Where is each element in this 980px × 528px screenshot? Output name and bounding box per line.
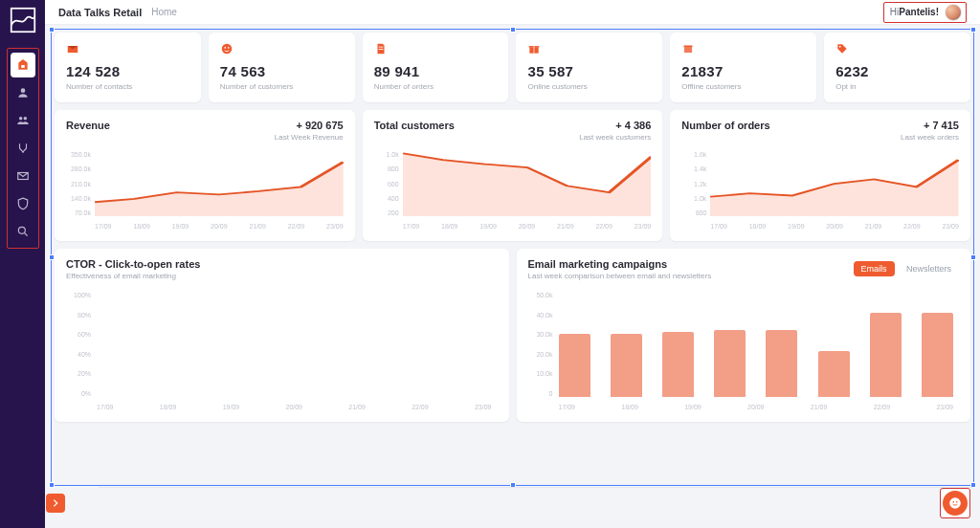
chart-title: Number of orders — [681, 120, 769, 131]
topbar: Data Talks Retail Home Hi Pantelis! — [45, 0, 980, 25]
kpi-label: Number of contacts — [66, 82, 189, 91]
chat-fab[interactable] — [940, 488, 970, 518]
footer-divider — [99, 487, 972, 488]
doc-icon — [374, 42, 388, 55]
tab-emails[interactable]: Emails — [854, 261, 895, 276]
chart-title: Total customers — [374, 120, 455, 131]
sidebar-item-contacts[interactable] — [11, 80, 35, 105]
main-area: 124 528 Number of contacts 74 563 Number… — [45, 25, 980, 528]
chart-subtitle: Last week orders — [901, 133, 959, 142]
kpi-value: 74 563 — [220, 63, 344, 79]
x-axis-labels: 17/0918/0919/0920/0921/0922/0923/09 — [559, 404, 954, 410]
x-axis-labels: 17/0918/0919/0920/0921/0922/0923/09 — [710, 223, 959, 230]
smile-icon — [220, 42, 234, 55]
chevron-right-icon — [51, 498, 60, 508]
sidebar-item-shield[interactable] — [11, 191, 35, 216]
chart-plot: 1.0k800600400200 17/0918/0919/0920/0921/… — [374, 151, 652, 230]
store-icon — [681, 42, 695, 55]
chat-smile-icon — [948, 496, 962, 510]
svg-point-6 — [18, 227, 25, 233]
kpi-online[interactable]: 35 587 Online customers — [516, 33, 662, 102]
svg-point-16 — [839, 46, 841, 48]
svg-point-9 — [228, 47, 230, 49]
y-axis-labels: 1.0k800600400200 — [374, 151, 401, 216]
chart-title: Email marketing campaigns — [528, 258, 712, 270]
y-axis-labels: 100%80%60%40%20%0% — [66, 292, 93, 397]
chart-number-of-orders[interactable]: Number of orders + 7 415 Last week order… — [670, 110, 970, 241]
chart-title: Revenue — [66, 120, 110, 131]
chart-subtitle: Last week comparison between email and n… — [528, 272, 712, 280]
kpi-value: 35 587 — [527, 63, 651, 79]
bottom-charts-row: CTOR - Click-to-open rates Effectiveness… — [55, 249, 970, 422]
emk-bars — [559, 292, 954, 397]
kpi-label: Opt in — [835, 82, 959, 91]
kpi-label: Number of orders — [374, 82, 498, 91]
kpi-optin[interactable]: 6232 Opt in — [824, 33, 970, 102]
sidebar-item-home[interactable] — [11, 53, 35, 77]
greeting-prefix: Hi — [890, 7, 899, 17]
kpi-value: 124 528 — [66, 63, 189, 79]
breadcrumb[interactable]: Home — [151, 7, 177, 17]
chart-delta: + 7 415 — [901, 120, 959, 131]
greeting-name: Pantelis! — [899, 7, 939, 17]
y-axis-labels: 350.0k280.0k210.0k140.0k70.0k — [66, 151, 93, 216]
charts-row: Revenue + 920 675 Last Week Revenue 350.… — [55, 110, 970, 241]
y-axis-labels: 50.0k40.0k30.0k20.0k10.0k0 — [528, 292, 555, 397]
sidebar-item-mail[interactable] — [11, 164, 35, 188]
expand-sidebar-button[interactable] — [46, 494, 65, 513]
chart-delta: + 920 675 — [275, 120, 344, 131]
user-greeting-box[interactable]: Hi Pantelis! — [883, 2, 967, 23]
svg-rect-1 — [21, 65, 25, 68]
svg-point-18 — [952, 501, 954, 503]
kpi-customers[interactable]: 74 563 Number of customers — [209, 33, 355, 102]
kpi-offline[interactable]: 21837 Offline customers — [670, 33, 816, 102]
sidebar-item-search[interactable] — [11, 219, 35, 244]
chart-delta: + 4 386 — [579, 120, 651, 131]
svg-point-7 — [222, 44, 233, 55]
svg-point-2 — [20, 88, 25, 93]
svg-rect-0 — [11, 9, 34, 33]
kpi-contacts[interactable]: 124 528 Number of contacts — [55, 33, 201, 102]
nav-group-highlight — [7, 48, 39, 249]
kpi-label: Online customers — [527, 82, 651, 91]
avatar[interactable] — [945, 4, 962, 21]
chart-plot: 1.6k1.4k1.2k1.0k800 17/0918/0919/0920/09… — [681, 151, 959, 230]
kpi-label: Offline customers — [681, 82, 805, 91]
kpi-value: 6232 — [835, 63, 959, 79]
chart-subtitle: Last Week Revenue — [275, 133, 344, 142]
gift-icon — [527, 42, 541, 55]
x-axis-labels: 17/0918/0919/0920/0921/0922/0923/09 — [95, 223, 344, 230]
kpi-label: Number of customers — [220, 82, 344, 91]
chart-plot: 350.0k280.0k210.0k140.0k70.0k 17/0918/09… — [66, 151, 344, 230]
kpi-value: 21837 — [681, 63, 805, 79]
chart-plot: 100%80%60%40%20%0% 17/0918/0919/0920/092… — [66, 292, 498, 410]
svg-rect-14 — [534, 46, 535, 54]
y-axis-labels: 1.6k1.4k1.2k1.0k800 — [681, 151, 708, 216]
x-axis-labels: 17/0918/0919/0920/0921/0922/0923/09 — [97, 404, 492, 410]
tag-icon — [835, 42, 849, 55]
svg-point-17 — [949, 497, 961, 509]
ctor-bars — [97, 292, 492, 397]
chart-subtitle: Last week customers — [579, 133, 651, 142]
svg-point-8 — [224, 47, 226, 49]
app-title: Data Talks Retail — [58, 7, 142, 18]
kpi-row: 124 528 Number of contacts 74 563 Number… — [55, 33, 970, 102]
app-logo[interactable] — [9, 6, 37, 34]
kpi-orders[interactable]: 89 941 Number of orders — [363, 33, 509, 102]
chart-revenue[interactable]: Revenue + 920 675 Last Week Revenue 350.… — [55, 110, 355, 241]
chart-ctor[interactable]: CTOR - Click-to-open rates Effectiveness… — [55, 249, 509, 422]
svg-rect-11 — [378, 49, 383, 50]
svg-point-4 — [23, 117, 26, 121]
chart-total-customers[interactable]: Total customers + 4 386 Last week custom… — [363, 110, 663, 241]
tab-newsletters[interactable]: Newsletters — [899, 261, 959, 276]
kpi-value: 89 941 — [374, 63, 498, 79]
chart-title: CTOR - Click-to-open rates — [66, 258, 498, 270]
tab-switch: Emails Newsletters — [854, 258, 959, 276]
sidebar-item-segments[interactable] — [11, 108, 35, 133]
chart-subtitle: Effectiveness of email marketing — [66, 272, 498, 280]
sidebar — [0, 0, 45, 528]
chart-email-campaigns[interactable]: Email marketing campaigns Last week comp… — [517, 249, 971, 422]
mail-icon — [66, 42, 79, 55]
sidebar-item-automations[interactable] — [11, 136, 35, 161]
chart-plot: 50.0k40.0k30.0k20.0k10.0k0 17/0918/0919/… — [528, 292, 960, 410]
